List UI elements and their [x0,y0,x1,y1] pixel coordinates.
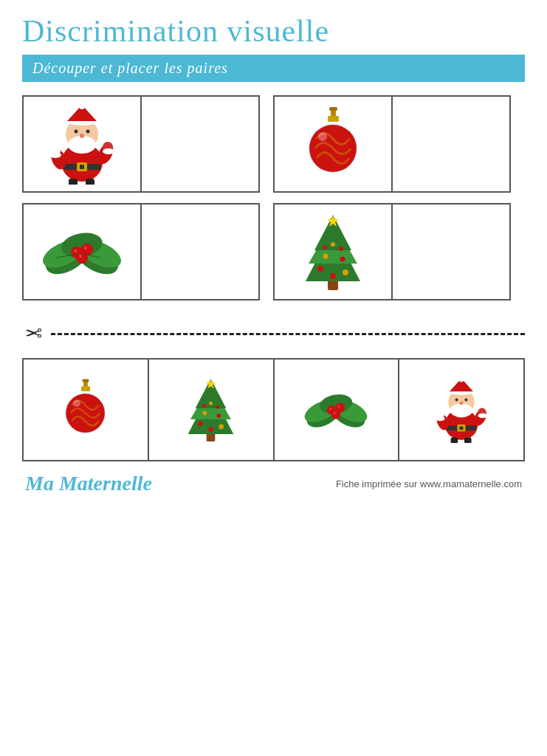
svg-point-70 [202,404,206,408]
santa-icon [45,103,119,185]
cut-section: ✂ [22,317,525,351]
bottom-strip [22,358,525,461]
svg-point-93 [459,377,464,382]
holly-cell-empty [141,204,259,300]
cut-line [51,333,525,335]
svg-rect-25 [328,116,339,122]
svg-point-12 [81,139,92,145]
svg-point-9 [79,103,85,109]
svg-point-82 [338,405,340,408]
svg-rect-41 [328,280,338,290]
grids-row-2 [22,203,525,300]
holly-icon [41,217,123,287]
bottom-tree-icon [183,377,238,442]
svg-rect-3 [80,165,84,169]
svg-point-38 [79,255,82,258]
svg-point-81 [330,408,332,410]
bottom-santa-icon [432,377,491,443]
bottom-bauble-icon [60,377,111,442]
bottom-holly-icon [303,381,368,439]
svg-point-64 [198,421,203,426]
svg-point-83 [334,412,336,414]
svg-point-21 [103,148,114,154]
holly-grid [22,203,260,300]
svg-point-36 [74,250,77,252]
svg-point-51 [323,245,327,250]
santa-grid [22,95,260,193]
svg-rect-24 [329,107,337,111]
bauble-icon [302,106,365,183]
svg-point-13 [75,130,78,134]
page-title: Discrimination visuelle [22,13,525,49]
svg-point-45 [317,266,323,272]
svg-point-98 [465,398,468,401]
svg-point-97 [455,398,458,401]
svg-point-104 [436,416,445,421]
svg-point-68 [217,413,221,418]
bottom-tree-cell [148,359,274,461]
svg-point-50 [331,242,335,247]
svg-point-71 [216,405,219,409]
svg-rect-5 [86,179,94,185]
svg-point-27 [318,132,327,141]
footer-url: Fiche imprimée sur www.mamaternelle.com [336,478,522,489]
svg-point-48 [323,253,328,258]
tree-icon [300,213,366,291]
svg-rect-89 [464,438,472,443]
bauble-cell-empty [392,96,510,192]
svg-rect-56 [82,379,89,382]
svg-point-66 [208,427,213,433]
svg-point-69 [209,402,213,405]
page: Discrimination visuelle Découper et plac… [0,0,547,756]
tree-cell-empty [392,204,510,300]
svg-point-11 [72,139,83,145]
svg-point-95 [454,405,462,410]
svg-rect-87 [460,426,464,430]
svg-rect-60 [207,433,216,441]
bottom-bauble-cell [23,359,148,461]
svg-point-49 [340,256,345,261]
tree-cell-filled [274,204,392,300]
svg-point-67 [202,411,207,416]
santa-cell-filled [23,96,141,192]
svg-point-10 [68,136,96,154]
svg-point-15 [80,134,84,138]
subtitle-text: Découper et placer les paires [32,60,228,76]
footer: Ma Maternelle Fiche imprimée sur www.mam… [22,472,525,495]
svg-point-99 [460,402,464,405]
bauble-grid [273,95,511,193]
holly-cell-filled [23,204,141,300]
tree-grid [273,203,511,300]
svg-rect-88 [451,438,458,443]
svg-point-94 [450,403,472,417]
svg-point-20 [49,152,61,158]
bottom-santa-cell [399,359,524,461]
bottom-holly-cell [274,359,399,461]
svg-point-46 [343,269,348,275]
svg-point-37 [84,247,87,250]
grids-row-1 [22,95,525,193]
svg-point-47 [330,273,336,279]
svg-rect-57 [81,386,90,391]
subtitle-bar: Découper et placer les paires [22,55,525,82]
svg-rect-4 [69,179,78,185]
svg-point-65 [219,425,224,430]
svg-point-80 [331,410,341,419]
svg-point-52 [339,247,343,251]
svg-point-96 [461,405,469,410]
svg-point-59 [73,399,80,407]
scissors-icon: ✂ [25,317,42,351]
bauble-cell-filled [274,96,392,192]
santa-cell-empty [141,96,259,192]
svg-point-105 [478,413,488,418]
svg-point-14 [86,130,90,134]
footer-logo: Ma Maternelle [25,472,152,495]
